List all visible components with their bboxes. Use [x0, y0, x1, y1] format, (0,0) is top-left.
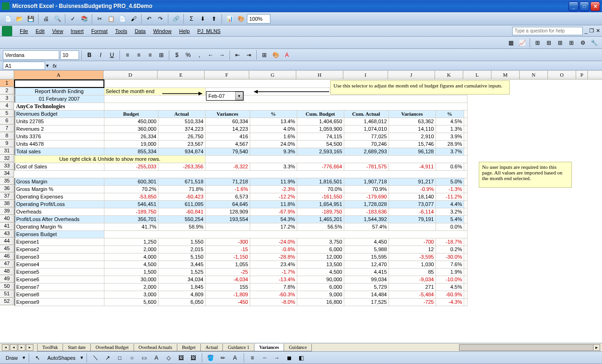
select-all-corner[interactable]	[0, 71, 14, 79]
cell[interactable]: -450	[205, 299, 250, 306]
grid-icon[interactable]: ⊞	[532, 38, 543, 48]
open-icon[interactable]: 📂	[14, 14, 24, 24]
cell[interactable]: -4,911	[388, 163, 436, 171]
cell[interactable]: -30.0%	[436, 253, 464, 261]
row-50[interactable]: 50	[0, 283, 14, 290]
drawing-icon[interactable]: 🎨	[236, 14, 246, 24]
cell[interactable]: -12.2%	[250, 193, 297, 201]
cell[interactable]: 1,845	[158, 284, 205, 291]
cell[interactable]: 15,595	[344, 253, 388, 261]
undo-icon[interactable]: ↶	[144, 14, 154, 24]
cell[interactable]: 13.4%	[250, 118, 297, 126]
cell[interactable]: 70.9%	[344, 186, 388, 193]
cell[interactable]: -60,841	[158, 208, 205, 216]
cell[interactable]: 14,223	[205, 126, 250, 133]
cell[interactable]: 4,567	[205, 141, 250, 148]
cell[interactable]: Total sales	[15, 148, 104, 156]
col-D[interactable]: D	[103, 71, 158, 79]
menu-pjmlns[interactable]: PJ_MLNS	[193, 27, 224, 35]
menu-file[interactable]: File	[16, 27, 32, 35]
cell[interactable]: -183,636	[344, 208, 388, 216]
cell[interactable]: 60,334	[205, 118, 250, 126]
row-6[interactable]: 6	[0, 117, 14, 125]
cell[interactable]: 70.0%	[297, 186, 344, 193]
row-41[interactable]: 41	[0, 222, 14, 230]
cell[interactable]: -18.7%	[436, 238, 464, 246]
align-left-icon[interactable]: ≡	[122, 50, 133, 60]
cell[interactable]: 16,800	[297, 299, 344, 306]
cell[interactable]: 128,909	[205, 208, 250, 216]
cell[interactable]: 3.7%	[436, 148, 464, 156]
chart-icon[interactable]: 📊	[224, 14, 235, 24]
comma-icon[interactable]: ,	[194, 50, 205, 60]
row-45[interactable]: 45	[0, 245, 14, 253]
cell[interactable]: 2,000	[104, 246, 158, 253]
cell[interactable]: 28.9%	[436, 141, 464, 148]
cell[interactable]: 2,910	[388, 133, 436, 141]
cell[interactable]: 57.4%	[344, 223, 388, 231]
cell[interactable]: 3.9%	[436, 133, 464, 141]
borders-icon[interactable]: ⊞	[259, 50, 269, 60]
tab-variances[interactable]: Variances	[254, 344, 284, 351]
col-J[interactable]: J	[388, 71, 435, 79]
underline-icon[interactable]: U	[107, 50, 117, 60]
cell[interactable]: 54,500	[297, 141, 344, 148]
redo-icon[interactable]: ↷	[155, 14, 166, 24]
cell[interactable]: -5,484	[388, 291, 436, 299]
draw-menu[interactable]: Draw	[3, 355, 21, 361]
indent-dec-icon[interactable]: ⇤	[232, 50, 243, 60]
indent-inc-icon[interactable]: ⇥	[244, 50, 254, 60]
cell[interactable]: 193,554	[205, 216, 250, 223]
format-painter-icon[interactable]: 🖌	[128, 14, 139, 24]
cell[interactable]: 546,451	[104, 201, 158, 208]
col-E[interactable]: E	[158, 71, 205, 79]
cell[interactable]: Expense3	[15, 253, 104, 261]
save-icon[interactable]: 💾	[25, 14, 36, 24]
cell[interactable]: 7.8%	[250, 284, 297, 291]
cell[interactable]: 4,450	[344, 238, 388, 246]
cell[interactable]: 5,150	[158, 253, 205, 261]
cell[interactable]: -189,750	[104, 208, 158, 216]
tab-budget[interactable]: Budget	[177, 344, 201, 351]
cell[interactable]: Expense4	[15, 261, 104, 269]
cell[interactable]: -60,423	[158, 193, 205, 201]
cell[interactable]: 155	[205, 284, 250, 291]
cell[interactable]: -4.3%	[436, 299, 464, 306]
font-name-input[interactable]	[3, 50, 59, 60]
tab-prev-icon[interactable]: ◂	[10, 344, 17, 351]
copy-icon[interactable]: 📋	[106, 14, 116, 24]
name-box-input[interactable]	[3, 62, 45, 70]
tab-next-icon[interactable]: ▸	[18, 344, 25, 351]
cell[interactable]: 6,050	[158, 299, 205, 306]
cell[interactable]: 26,334	[104, 133, 158, 141]
row-49[interactable]: 49	[0, 275, 14, 283]
cell[interactable]: 5.4%	[436, 216, 464, 223]
cell[interactable]: 1,525	[158, 269, 205, 276]
row-3[interactable]: 3	[0, 95, 14, 102]
currency-icon[interactable]: $	[172, 50, 182, 60]
cell[interactable]: -60.3%	[250, 291, 297, 299]
cell[interactable]: 5,988	[344, 246, 388, 253]
cell[interactable]: Expense6	[15, 276, 104, 284]
tab-actual[interactable]: Actual	[200, 344, 223, 351]
cell-report-date[interactable]: 01 February 2007	[15, 95, 104, 103]
cell[interactable]: 12,000	[297, 253, 344, 261]
cell[interactable]: 14,484	[344, 291, 388, 299]
cell[interactable]: 0.2%	[436, 246, 464, 253]
cell[interactable]: Cost of Sales	[15, 163, 104, 171]
inc-dec-icon[interactable]: ←	[206, 50, 216, 60]
col-H[interactable]: H	[296, 71, 343, 79]
dropdown-icon[interactable]: ▼	[235, 92, 243, 100]
cell[interactable]: 4.5%	[436, 284, 464, 291]
month-selector[interactable]: Feb-07 ▼	[206, 91, 244, 101]
row-47[interactable]: 47	[0, 260, 14, 268]
cell[interactable]: 360,000	[104, 126, 158, 133]
chart-wz-icon[interactable]: 📈	[517, 38, 527, 48]
cell[interactable]: 0.0%	[436, 223, 464, 231]
cell[interactable]: Expense1	[15, 238, 104, 246]
col-N[interactable]: N	[520, 71, 548, 79]
grid4-icon[interactable]: ⊞	[566, 38, 577, 48]
tab-guidance[interactable]: Guidance	[284, 344, 312, 351]
cell[interactable]: -1.7%	[250, 269, 297, 276]
cell[interactable]: -11.2%	[436, 193, 464, 201]
